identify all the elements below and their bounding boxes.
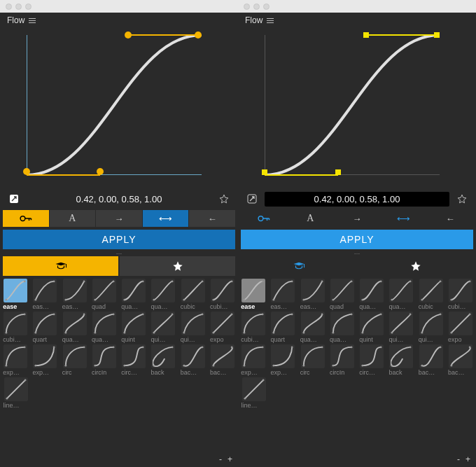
preset-item[interactable]: circ… bbox=[120, 344, 148, 376]
mode-arrow-right-button[interactable]: → bbox=[96, 210, 142, 227]
bezier-graph[interactable] bbox=[238, 28, 476, 189]
anchor-end[interactable] bbox=[195, 32, 202, 39]
preset-label: quint bbox=[121, 336, 146, 343]
preset-item[interactable]: exp… bbox=[269, 344, 297, 376]
bezier-values[interactable]: 0.42, 0.00, 0.58, 1.00 bbox=[27, 192, 211, 207]
library-tab[interactable] bbox=[241, 256, 356, 276]
preset-item[interactable]: bac… bbox=[447, 344, 475, 376]
mode-arrow-both-button[interactable]: ⟷ bbox=[381, 210, 427, 227]
preset-item[interactable]: qua… bbox=[120, 279, 148, 310]
preset-item[interactable]: ease bbox=[239, 279, 267, 310]
preset-item[interactable]: qua… bbox=[358, 279, 386, 310]
preset-item[interactable]: eas… bbox=[269, 279, 297, 310]
preset-item[interactable]: qua… bbox=[90, 312, 118, 343]
drag-handle[interactable]: … bbox=[0, 249, 238, 256]
preset-item[interactable]: expo bbox=[209, 312, 237, 343]
mode-arrow-left-button[interactable]: ← bbox=[427, 210, 473, 227]
preset-item[interactable]: circIn bbox=[90, 344, 118, 376]
preset-item[interactable]: qua… bbox=[61, 312, 89, 343]
preset-item[interactable]: cubi… bbox=[1, 312, 29, 343]
expand-icon[interactable] bbox=[242, 190, 262, 207]
preset-item[interactable]: circIn bbox=[328, 344, 356, 376]
preset-item[interactable]: cubi… bbox=[239, 312, 267, 343]
preset-item[interactable]: qui… bbox=[387, 312, 415, 343]
mode-key-button[interactable] bbox=[241, 210, 287, 227]
preset-item[interactable]: cubic bbox=[179, 279, 207, 310]
preset-item[interactable]: bac… bbox=[417, 344, 445, 376]
preset-item[interactable]: exp… bbox=[239, 344, 267, 376]
handle-start[interactable] bbox=[97, 168, 104, 175]
apply-button[interactable]: APPLY bbox=[241, 230, 473, 249]
preset-item[interactable]: eas… bbox=[61, 279, 89, 310]
preset-item[interactable]: cubic bbox=[417, 279, 445, 310]
preset-item[interactable]: cubi… bbox=[447, 279, 475, 310]
preset-item[interactable]: qua… bbox=[387, 279, 415, 310]
handle-start[interactable] bbox=[335, 169, 341, 175]
traffic-light-min[interactable] bbox=[15, 4, 22, 10]
preset-item[interactable]: expo bbox=[447, 312, 475, 343]
apply-button[interactable]: APPLY bbox=[3, 230, 235, 249]
handle-end[interactable] bbox=[363, 32, 369, 38]
preset-item[interactable]: cubi… bbox=[209, 279, 237, 310]
preset-item[interactable]: quad bbox=[328, 279, 356, 310]
preset-item[interactable]: line… bbox=[239, 377, 268, 409]
zoom-out-button[interactable]: - bbox=[219, 454, 222, 464]
preset-label: circ… bbox=[359, 369, 384, 376]
preset-item[interactable]: bac… bbox=[179, 344, 207, 376]
preset-item[interactable]: qui… bbox=[179, 312, 207, 343]
zoom-in-button[interactable]: + bbox=[465, 454, 470, 464]
preset-item[interactable]: back bbox=[149, 344, 177, 376]
window-titlebar bbox=[238, 0, 476, 13]
expand-icon[interactable] bbox=[4, 190, 24, 207]
preset-item[interactable]: qua… bbox=[299, 312, 327, 343]
preset-item[interactable]: circ bbox=[61, 344, 89, 376]
traffic-light-min[interactable] bbox=[253, 4, 260, 10]
preset-item[interactable]: line… bbox=[1, 377, 30, 409]
bezier-graph[interactable] bbox=[0, 28, 238, 189]
preset-item[interactable]: qua… bbox=[149, 279, 177, 310]
traffic-light-close[interactable] bbox=[6, 4, 12, 10]
handle-end[interactable] bbox=[125, 32, 132, 39]
zoom-out-button[interactable]: - bbox=[457, 454, 460, 464]
preset-item[interactable]: bac… bbox=[209, 344, 237, 376]
preset-item[interactable]: eas… bbox=[31, 279, 59, 310]
traffic-light-max[interactable] bbox=[263, 4, 270, 10]
preset-item[interactable]: circ… bbox=[358, 344, 386, 376]
library-tab[interactable] bbox=[3, 256, 118, 276]
preset-item[interactable]: qui… bbox=[417, 312, 445, 343]
anchor-start[interactable] bbox=[262, 169, 267, 175]
favorite-icon[interactable] bbox=[452, 190, 472, 207]
bezier-values[interactable]: 0.42, 0.00, 0.58, 1.00 bbox=[265, 192, 449, 207]
preset-item[interactable]: quint bbox=[358, 312, 386, 343]
preset-item[interactable]: ease bbox=[1, 279, 29, 310]
mode-arrow-left-button[interactable]: ← bbox=[189, 210, 235, 227]
preset-item[interactable]: quad bbox=[90, 279, 118, 310]
favorite-icon[interactable] bbox=[214, 190, 234, 207]
anchor-start[interactable] bbox=[23, 168, 30, 175]
preset-item[interactable]: exp… bbox=[1, 344, 29, 376]
drag-handle[interactable]: … bbox=[238, 249, 476, 256]
menu-icon[interactable] bbox=[29, 18, 36, 23]
menu-icon[interactable] bbox=[267, 18, 274, 23]
preset-item[interactable]: circ bbox=[299, 344, 327, 376]
anchor-end[interactable] bbox=[434, 32, 440, 38]
preset-item[interactable]: qui… bbox=[149, 312, 177, 343]
preset-item[interactable]: quart bbox=[31, 312, 59, 343]
preset-item[interactable]: quart bbox=[269, 312, 297, 343]
traffic-light-max[interactable] bbox=[25, 4, 31, 10]
mode-key-button[interactable] bbox=[3, 210, 49, 227]
traffic-light-close[interactable] bbox=[244, 4, 250, 10]
preset-item[interactable]: exp… bbox=[31, 344, 59, 376]
preset-item[interactable]: qua… bbox=[328, 312, 356, 343]
mode-text-button[interactable]: A bbox=[50, 210, 96, 227]
preset-label: quart bbox=[270, 336, 295, 343]
mode-arrow-right-button[interactable]: → bbox=[334, 210, 380, 227]
preset-item[interactable]: back bbox=[387, 344, 415, 376]
favorites-tab[interactable] bbox=[358, 256, 473, 276]
mode-arrow-both-button[interactable]: ⟷ bbox=[143, 210, 189, 227]
preset-item[interactable]: quint bbox=[120, 312, 148, 343]
favorites-tab[interactable] bbox=[120, 256, 235, 276]
zoom-in-button[interactable]: + bbox=[227, 454, 232, 464]
mode-text-button[interactable]: A bbox=[288, 210, 334, 227]
preset-item[interactable]: eas… bbox=[299, 279, 327, 310]
